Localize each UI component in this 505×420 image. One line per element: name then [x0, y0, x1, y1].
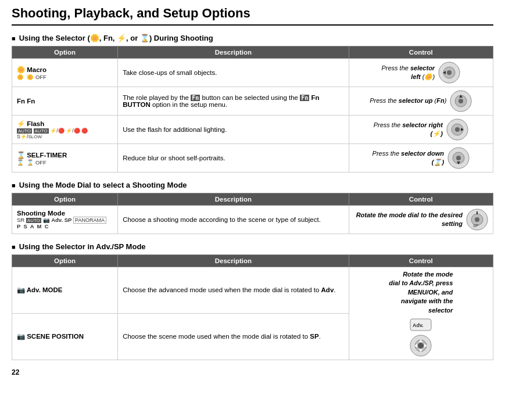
control-text: Press the selector down(⌛) — [373, 149, 445, 167]
section2-heading-text: Using the Mode Dial to select a Shooting… — [19, 181, 187, 189]
table-row: Shooting Mode SR AUTO 📷 Adv. SP PANORAMA… — [12, 206, 493, 234]
option-sublabel: 🌼 🌼 OFF — [17, 74, 113, 80]
table-row: Fn Fn The role played by the Fn button c… — [12, 87, 493, 116]
svg-point-6 — [459, 99, 463, 103]
dial-icon — [446, 119, 468, 141]
option-sublabel: ⌛ ⌛ OFF — [17, 159, 113, 166]
dial-icon — [438, 62, 460, 84]
section1-heading: Using the Selector (🌼, Fn, ⚡, or ⌛) Duri… — [12, 34, 493, 42]
option-sublabel: SR AUTO 📷 Adv. SP PANORAMA P S A M C — [17, 217, 113, 229]
control-text: Press the selector up (Fn) — [370, 96, 446, 105]
option-cell: ⌛ SELF-TIMER ⌛ ⌛ OFF — [12, 144, 118, 173]
desc-cell: Reduce blur or shoot self-portraits. — [118, 144, 349, 173]
section1-table: Option Description Control 🌼 Macro 🌼 🌼 O… — [12, 46, 493, 173]
control-cell: Press the selectorleft (🌼) — [349, 59, 493, 87]
option-cell: Shooting Mode SR AUTO 📷 Adv. SP PANORAMA… — [12, 206, 118, 234]
desc-cell: Choose a shooting mode according to the … — [118, 206, 349, 234]
col-control-header3: Control — [349, 255, 493, 267]
col-desc-header2: Description — [118, 193, 349, 206]
option-label: 📷 Adv. MODE — [17, 286, 113, 294]
page-number: 22 — [12, 368, 19, 376]
mode-dial-icon: SP — [466, 209, 488, 231]
col-option-header2: Option — [12, 193, 118, 206]
option-label: 🌼 Macro — [17, 66, 113, 74]
option-label: 📷 SCENE POSITION — [17, 332, 113, 340]
col-desc-header: Description — [118, 46, 349, 59]
svg-point-18 — [475, 217, 479, 222]
desc-cell: The role played by the Fn button can be … — [118, 87, 349, 116]
option-sublabel: AUTO AUTO ⚡/🔴 ⚡/🔴 🔴 S⚡/SLOW — [17, 128, 113, 139]
col-control-header: Control — [349, 46, 493, 59]
control-cell: Rotate the mode dial to the desired sett… — [349, 206, 493, 234]
svg-point-2 — [447, 70, 452, 75]
option-cell: Fn Fn — [12, 87, 118, 116]
section2-heading: Using the Mode Dial to select a Shooting… — [12, 181, 493, 189]
svg-point-10 — [455, 127, 460, 132]
col-option-header3: Option — [12, 255, 118, 267]
desc-cell: Choose the scene mode used when the mode… — [118, 313, 349, 360]
page-title: Shooting, Playback, and Setup Options — [12, 6, 493, 26]
section2-table: Option Description Control Shooting Mode… — [12, 193, 493, 234]
option-label: ⚡ Flash — [17, 120, 113, 128]
svg-text:SP: SP — [473, 224, 479, 228]
table-row: ⌛ SELF-TIMER ⌛ ⌛ OFF Reduce blur or shoo… — [12, 144, 493, 173]
option-label: Shooting Mode — [17, 210, 113, 217]
control-text: Press the selector right(⚡) — [374, 121, 443, 139]
svg-point-14 — [456, 156, 461, 160]
control-text: Rotate the mode dial to the desired sett… — [354, 211, 463, 229]
control-cell: Press the selector up (Fn) — [349, 87, 493, 116]
control-cell: Press the selector right(⚡) — [349, 116, 493, 144]
adv-dial-icon: Adv. — [406, 318, 435, 331]
svg-text:Adv.: Adv. — [413, 322, 424, 328]
option-cell: ⚡ Flash AUTO AUTO ⚡/🔴 ⚡/🔴 🔴 S⚡/SLOW — [12, 116, 118, 144]
option-label: Fn Fn — [17, 98, 113, 105]
svg-point-25 — [418, 343, 424, 349]
col-control-header2: Control — [349, 193, 493, 206]
control-cell: Rotate the modedial to Adv./SP, pressMEN… — [349, 267, 493, 360]
option-cell: 📷 Adv. MODE — [12, 267, 118, 314]
desc-cell: Use the flash for additional lighting. — [118, 116, 349, 144]
table-row: ⚡ Flash AUTO AUTO ⚡/🔴 ⚡/🔴 🔴 S⚡/SLOW Use … — [12, 116, 493, 144]
section3-heading-text: Using the Selector in Adv./SP Mode — [19, 242, 146, 251]
control-text: Press the selectorleft (🌼) — [381, 64, 435, 82]
option-label: ⌛ SELF-TIMER — [17, 151, 113, 159]
control-text: Rotate the modedial to Adv./SP, pressMEN… — [389, 270, 453, 315]
fn-selector-icon — [410, 335, 432, 357]
section3-table: Option Description Control 📷 Adv. MODE C… — [12, 254, 493, 360]
table-row: 📷 Adv. MODE Choose the advanced mode use… — [12, 267, 493, 314]
table-row: 🌼 Macro 🌼 🌼 OFF Take close-ups of small … — [12, 59, 493, 87]
section1-heading-text: Using the Selector (🌼, Fn, ⚡, or ⌛) Duri… — [19, 34, 213, 42]
desc-cell: Take close-ups of small objects. — [118, 59, 349, 87]
option-cell: 📷 SCENE POSITION — [12, 313, 118, 360]
option-cell: 🌼 Macro 🌼 🌼 OFF — [12, 59, 118, 87]
section3-heading: Using the Selector in Adv./SP Mode — [12, 242, 493, 251]
dial-icon — [447, 147, 470, 169]
col-desc-header3: Description — [118, 255, 349, 267]
col-option-header: Option — [12, 46, 118, 59]
desc-cell: Choose the advanced mode used when the m… — [118, 267, 349, 314]
control-cell: Press the selector down(⌛) — [349, 144, 493, 173]
dial-icon — [450, 90, 472, 112]
